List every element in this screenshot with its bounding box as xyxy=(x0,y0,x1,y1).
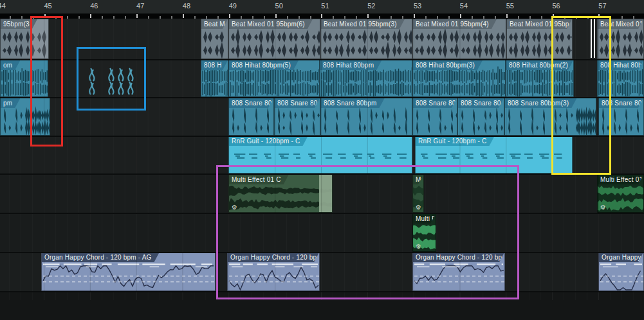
ruler-bar-number-48: 48 xyxy=(183,2,190,10)
clip-808-snare-6[interactable]: 808 Snare 80 xyxy=(457,98,504,136)
clip-rnr-guitar-1[interactable]: RnR Guit - 120bpm - C xyxy=(228,136,412,173)
ruler-tick-major xyxy=(598,14,600,18)
ruler-bar-number-54: 54 xyxy=(460,2,468,10)
clip-rnr-guitar-2[interactable]: RnR Guit - 120bpm - C xyxy=(415,136,573,173)
clip-organ-1[interactable]: Organ Happy Chord - 120 bpm - AG xyxy=(41,252,216,291)
clip-name-label: Beat Mixed 01 xyxy=(598,19,643,29)
clip-808-snare-2[interactable]: 808 Snare 80( xyxy=(228,98,274,136)
track-separator-5 xyxy=(0,213,644,214)
clip-name-label: RnR Guit - 120bpm - C xyxy=(229,136,308,146)
ruler-tick-minor xyxy=(448,16,450,19)
ruler-tick-major xyxy=(553,14,554,18)
ruler-tick-major xyxy=(229,14,230,18)
gear-icon[interactable]: ⚙ xyxy=(416,244,421,250)
timeline-ruler[interactable]: 4445464748495051525354555657 xyxy=(0,0,644,13)
ruler-tick-minor xyxy=(495,16,496,19)
ruler-bar-number-44: 44 xyxy=(0,2,6,10)
ruler-tick-minor xyxy=(518,16,519,19)
track-separator-6 xyxy=(0,252,644,253)
clip-808-hihat-8[interactable]: 808 Hihat 80b xyxy=(597,60,644,97)
ruler-tick-minor xyxy=(113,16,115,19)
ruler-tick-minor xyxy=(148,16,149,19)
clip-beat-mixed-6[interactable]: Beat Mixed 01 95bp xyxy=(506,19,573,59)
clip-beat-mixed-7[interactable]: Beat Mixed 01 xyxy=(597,19,644,59)
clip-808-hihat-1[interactable]: om xyxy=(0,60,48,97)
ruler-tick-major xyxy=(44,14,46,18)
ruler-tick-minor xyxy=(10,16,11,19)
ruler-tick-minor xyxy=(206,16,207,19)
ruler-tick-minor xyxy=(299,16,300,19)
gear-icon[interactable]: ⚙ xyxy=(232,204,237,211)
clip-808-hihat-4[interactable]: 808 Hihat 80bpm(5) xyxy=(228,60,320,97)
clip-808-hihat-3[interactable]: 808 H xyxy=(201,60,228,97)
ruler-tick-minor xyxy=(252,16,253,19)
clip-multi-effect-3[interactable]: Multi Effect 01⚙ xyxy=(597,174,644,213)
ruler-bar-number-51: 51 xyxy=(321,2,329,10)
ruler-tick-minor xyxy=(171,16,172,19)
clip-808-hihat-5[interactable]: 808 Hihat 80bpm xyxy=(320,60,412,97)
clip-beat-mixed-3[interactable]: Beat Mixed 01 95bpm(6) xyxy=(228,19,320,59)
ruler-bar-number-57: 57 xyxy=(598,2,606,10)
clip-name-label: Organ Happy Chord - 120 bpm - AG xyxy=(42,253,159,262)
clip-beat-mixed-5[interactable]: Beat Mixed 01 95bpm(4) xyxy=(412,19,506,59)
ruler-tick-minor xyxy=(21,16,23,19)
ruler-tick-major xyxy=(136,14,138,18)
clip-808-snare-1[interactable]: pm xyxy=(0,98,50,136)
empty-area-bottom xyxy=(0,291,644,320)
gear-icon[interactable]: ⚙ xyxy=(600,204,606,211)
ruler-tick-minor xyxy=(564,16,566,19)
clip-multi-effect-2[interactable]: Mu⚙ xyxy=(412,174,424,213)
ruler-tick-minor xyxy=(67,16,68,19)
clip-multi-effect-1[interactable]: Multi Effect 01 C⚙ xyxy=(228,174,333,213)
clip-beat-mixed-1[interactable]: 95bpm(3 xyxy=(0,19,49,59)
track-separator-1 xyxy=(0,59,644,60)
clip-organ-3[interactable]: Organ Happy Chord - 120 bp xyxy=(412,252,505,291)
playhead-cursor[interactable] xyxy=(594,19,596,58)
clip-808-hihat-6[interactable]: 808 Hihat 80bpm(3) xyxy=(412,60,506,97)
ruler-tick-minor xyxy=(472,16,473,19)
clip-808-snare-8[interactable]: 808 Snare 80b xyxy=(598,98,644,136)
clip-organ-4[interactable]: Organ Happy Ch xyxy=(598,252,644,291)
clip-name-label: 808 Snare 80 xyxy=(458,98,504,108)
ruler-tick-minor xyxy=(55,16,57,19)
clip-808-snare-7[interactable]: 808 Snare 80bpm(3) xyxy=(504,98,596,136)
clip-multi-effect-lane2-1[interactable]: Multi E⚙ xyxy=(412,213,436,252)
ruler-bar-number-55: 55 xyxy=(506,2,514,10)
ruler-tick-minor xyxy=(402,16,403,19)
ruler-tick-major xyxy=(460,14,461,18)
ruler-tick-minor xyxy=(576,16,577,19)
ruler-tick-minor xyxy=(356,16,357,19)
timeline-tickstrip[interactable] xyxy=(0,13,644,19)
clip-beat-mixed-2[interactable]: Beat M xyxy=(201,19,228,59)
ruler-tick-minor xyxy=(621,16,623,19)
clip-808-hihat-2[interactable] xyxy=(87,60,137,97)
clip-name-label: 808 Hihat 80bpm xyxy=(320,60,382,70)
clip-name-label: Beat Mixed 01 95bp xyxy=(507,19,572,29)
ruler-tick-minor xyxy=(344,16,345,19)
gear-icon[interactable]: ⚙ xyxy=(416,204,421,211)
ruler-bar-number-50: 50 xyxy=(275,2,283,10)
clip-808-snare-5[interactable]: 808 Snare 80( xyxy=(412,98,457,136)
clip-808-hihat-7[interactable]: 808 Hihat 80bpm(2) xyxy=(506,60,574,97)
ruler-bar-number-52: 52 xyxy=(367,2,375,10)
playhead-cursor[interactable] xyxy=(591,19,592,58)
ruler-tick-major xyxy=(367,14,369,18)
clip-808-snare-3[interactable]: 808 Snare 80 xyxy=(274,98,320,136)
clip-name-label: 808 Snare 80( xyxy=(413,98,457,108)
clip-name-label: Organ Happy Ch xyxy=(599,253,643,262)
clip-name-label: Organ Happy Chord - 120 bp xyxy=(413,253,504,262)
ruler-tick-major xyxy=(414,14,415,18)
ruler-tick-minor xyxy=(437,16,438,19)
clip-beat-mixed-4[interactable]: Beat Mixed 01 95bpm(3) xyxy=(320,19,412,59)
clip-name-label: 808 Snare 80bpm(3) xyxy=(505,98,576,108)
clip-name-label: Organ Happy Chord - 120 bp xyxy=(228,253,319,262)
clip-name-label: 808 Hihat 80bpm(5) xyxy=(229,60,299,70)
clip-name-label: 808 Hihat 80bpm(3) xyxy=(413,60,483,70)
ruler-tick-minor xyxy=(125,16,126,19)
clip-808-snare-4[interactable]: 808 Snare 80bpm xyxy=(320,98,412,136)
ruler-tick-minor xyxy=(194,16,196,19)
ruler-tick-minor xyxy=(78,16,80,19)
track-separator-2 xyxy=(0,97,644,98)
ruler-tick-minor xyxy=(333,16,334,19)
clip-organ-2[interactable]: Organ Happy Chord - 120 bp xyxy=(227,252,320,291)
